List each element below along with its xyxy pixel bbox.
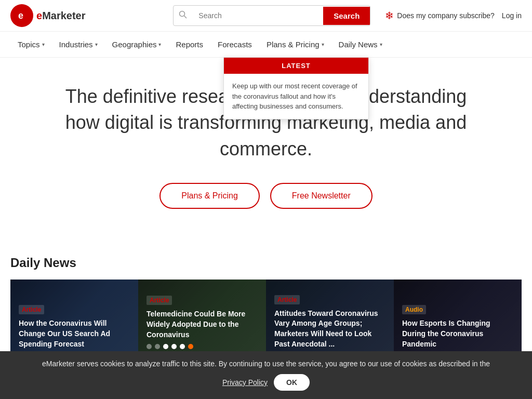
header-right: ❄ Does my company subscribe? Log in <box>385 9 522 22</box>
svg-point-2 <box>180 11 185 17</box>
cookie-text: eMarketer serves cookies to analyze traf… <box>42 360 490 368</box>
news-card-type-audio: Audio <box>402 305 426 314</box>
news-card[interactable]: Article Attitudes Toward Coronavirus Var… <box>266 280 394 357</box>
news-card-type: Article <box>274 295 300 304</box>
dot <box>147 344 152 349</box>
nav-daily-news[interactable]: Daily News ▾ <box>331 32 390 57</box>
daily-news-title: Daily News <box>10 256 522 270</box>
plans-pricing-button[interactable]: Plans & Pricing <box>159 183 260 209</box>
nav-reports[interactable]: Reports <box>168 32 210 57</box>
dot-accent <box>188 344 193 349</box>
news-card-type: Article <box>19 305 44 314</box>
hero-buttons: Plans & Pricing Free Newsletter <box>42 183 490 209</box>
dot-active <box>163 344 168 349</box>
card-dots <box>147 344 258 349</box>
subscribe-label: Does my company subscribe? <box>397 11 495 20</box>
header: e eMarketer Search ❄ Does my company sub… <box>0 0 532 32</box>
news-card-content: Article How the Coronavirus Will Change … <box>10 280 138 357</box>
nav-forecasts[interactable]: Forecasts <box>210 32 259 57</box>
news-card-title: Attitudes Toward Coronavirus Vary Among … <box>274 309 385 349</box>
logo[interactable]: e eMarketer <box>10 4 86 27</box>
login-link[interactable]: Log in <box>502 11 522 20</box>
news-card[interactable]: Audio How Esports Is Changing During the… <box>394 280 522 357</box>
dot <box>155 344 160 349</box>
news-card[interactable]: Article Telemedicine Could Be More Widel… <box>138 280 266 357</box>
cookie-ok-button[interactable]: OK <box>274 374 310 391</box>
chevron-down-icon: ▾ <box>322 42 324 47</box>
chevron-down-icon: ▾ <box>95 42 98 47</box>
news-card-title: How Esports Is Changing During the Coron… <box>402 318 513 349</box>
chevron-down-icon: ▾ <box>380 42 382 47</box>
news-card-content: Article Telemedicine Could Be More Widel… <box>138 280 266 357</box>
nav-dropdown: LATEST Keep up with our most recent cove… <box>223 57 369 119</box>
chevron-down-icon: ▾ <box>158 42 161 47</box>
dot-active <box>171 344 177 349</box>
chevron-down-icon: ▾ <box>42 42 45 47</box>
nav-industries[interactable]: Industries ▾ <box>52 32 105 57</box>
logo-icon: e <box>10 4 33 27</box>
snowflake-icon: ❄ <box>385 9 394 22</box>
search-input[interactable] <box>192 7 323 24</box>
news-card-type: Article <box>147 296 172 305</box>
logo-text: eMarketer <box>36 10 86 22</box>
news-card[interactable]: Article How the Coronavirus Will Change … <box>10 280 138 357</box>
nav-topics[interactable]: Topics ▾ <box>10 32 52 57</box>
news-grid: Article How the Coronavirus Will Change … <box>10 280 522 357</box>
cookie-banner: eMarketer serves cookies to analyze traf… <box>0 351 532 399</box>
search-bar: Search <box>173 5 370 26</box>
main-nav: Topics ▾ Industries ▾ Geographies ▾ Repo… <box>0 32 532 58</box>
dot-active <box>180 344 185 349</box>
svg-line-3 <box>184 16 187 19</box>
news-card-content: Article Attitudes Toward Coronavirus Var… <box>266 280 394 357</box>
news-card-content: Audio How Esports Is Changing During the… <box>394 280 522 357</box>
svg-text:e: e <box>18 10 23 21</box>
news-card-title: How the Coronavirus Will Change Our US S… <box>19 318 130 349</box>
privacy-policy-link[interactable]: Privacy Policy <box>222 378 268 387</box>
news-card-title: Telemedicine Could Be More Widely Adopte… <box>147 309 258 340</box>
dropdown-body-text: Keep up with our most recent coverage of… <box>224 74 368 119</box>
nav-geographies[interactable]: Geographies ▾ <box>105 32 169 57</box>
dropdown-latest-label: LATEST <box>224 58 368 74</box>
nav-plans-pricing[interactable]: Plans & Pricing ▾ <box>259 32 331 57</box>
subscribe-button[interactable]: ❄ Does my company subscribe? <box>385 9 495 22</box>
free-newsletter-button[interactable]: Free Newsletter <box>270 183 373 209</box>
search-icon <box>174 6 192 25</box>
search-button[interactable]: Search <box>323 7 370 25</box>
